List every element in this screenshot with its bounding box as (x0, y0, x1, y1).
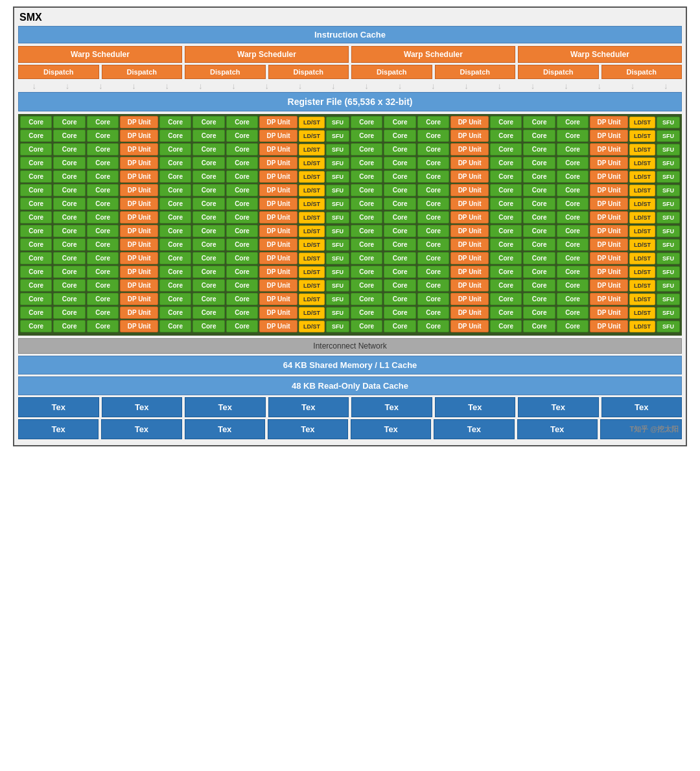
tex-unit-11: Tex (185, 419, 265, 439)
core-row-3: Core Core Core DP Unit Core Core Core DP… (20, 143, 680, 155)
smx-title: SMX (18, 12, 682, 23)
core-cell: Core (87, 116, 119, 128)
core-row-1: Core Core Core DP Unit Core Core Core DP… (20, 116, 680, 128)
tex-unit-1: Tex (18, 397, 99, 417)
interconnect-network: Interconnect Network (18, 338, 682, 354)
core-row-6: Core Core Core DP Unit Core Core Core DP… (20, 184, 680, 196)
core-cell: Core (523, 116, 555, 128)
dp-unit: DP Unit (120, 116, 158, 128)
tex-unit-2: Tex (102, 397, 183, 417)
dispatch-3: Dispatch (185, 65, 266, 79)
core-row-11: Core Core Core DP Unit Core Core Core DP… (20, 252, 680, 264)
core-row-16: Core Core Core DP Unit Core Core Core DP… (20, 320, 680, 332)
core-cell: Core (159, 116, 191, 128)
dispatch-4: Dispatch (268, 65, 349, 79)
dispatch-7: Dispatch (518, 65, 599, 79)
warp-scheduler-4: Warp Scheduler (518, 46, 682, 63)
core-cell: Core (351, 116, 382, 128)
smx-diagram: SMX Instruction Cache Warp Scheduler War… (13, 6, 687, 446)
dispatch-8: Dispatch (601, 65, 682, 79)
tex-unit-12: Tex (268, 419, 348, 439)
dispatch-2: Dispatch (102, 65, 183, 79)
tex-unit-10: Tex (101, 419, 181, 439)
tex-unit-13: Tex (351, 419, 431, 439)
core-cell: Core (417, 116, 449, 128)
tex-unit-9: Tex (18, 419, 99, 439)
core-row-7: Core Core Core DP Unit Core Core Core DP… (20, 198, 680, 210)
tex-row-1: Tex Tex Tex Tex Tex Tex Tex Tex (18, 397, 682, 417)
core-cell: Core (557, 116, 589, 128)
warp-scheduler-2: Warp Scheduler (185, 46, 349, 63)
core-row-15: Core Core Core DP Unit Core Core Core DP… (20, 306, 680, 319)
dp-unit: DP Unit (450, 116, 489, 128)
tex-unit-14: Tex (434, 419, 514, 439)
core-cell: Core (384, 116, 415, 128)
arrows-area: ↓ ↓ ↓ ↓ ↓ ↓ ↓ ↓ ↓ ↓ ↓ ↓ ↓ ↓ ↓ ↓ ↓ ↓ ↓ ↓ (18, 81, 682, 91)
tex-unit-5: Tex (351, 397, 432, 417)
dp-unit: DP Unit (259, 116, 298, 128)
dp-unit: DP Unit (590, 116, 628, 128)
tex-unit-3: Tex (185, 397, 266, 417)
tex-unit-7: Tex (518, 397, 599, 417)
ldst-unit: LD/ST (299, 117, 325, 128)
dispatch-5: Dispatch (351, 65, 432, 79)
warp-scheduler-row: Warp Scheduler Warp Scheduler Warp Sched… (18, 46, 682, 63)
core-cell: Core (20, 116, 52, 128)
core-row-9: Core Core Core DP Unit Core Core Core DP… (20, 225, 680, 237)
core-cell: Core (226, 116, 258, 128)
cores-area: Core Core Core DP Unit Core Core Core DP… (18, 114, 682, 336)
tex-unit-4: Tex (268, 397, 349, 417)
register-file: Register File (65,536 x 32-bit) (18, 92, 682, 111)
readonly-cache: 48 KB Read-Only Data Cache (18, 376, 682, 395)
core-row-2: Core Core Core DP Unit Core Core Core DP… (20, 130, 680, 142)
warp-scheduler-1: Warp Scheduler (18, 46, 182, 63)
ldst-unit: LD/ST (629, 117, 655, 128)
dispatch-row: Dispatch Dispatch Dispatch Dispatch Disp… (18, 65, 682, 79)
core-row-10: Core Core Core DP Unit Core Core Core DP… (20, 238, 680, 251)
core-cell: Core (192, 116, 224, 128)
dispatch-6: Dispatch (435, 65, 516, 79)
tex-unit-16-watermark: T知乎 @挖太阳 (600, 419, 682, 439)
core-row-12: Core Core Core DP Unit Core Core Core DP… (20, 266, 680, 278)
core-row-5: Core Core Core DP Unit Core Core Core DP… (20, 170, 680, 183)
instruction-cache: Instruction Cache (18, 26, 682, 43)
core-cell: Core (490, 116, 522, 128)
warp-scheduler-3: Warp Scheduler (351, 46, 515, 63)
core-row-4: Core Core Core DP Unit Core Core Core DP… (20, 157, 680, 169)
dispatch-1: Dispatch (18, 65, 99, 79)
tex-row-2: Tex Tex Tex Tex Tex Tex Tex T知乎 @挖太阳 (18, 419, 682, 439)
core-cell: Core (53, 116, 85, 128)
sfu-unit: SFU (657, 117, 680, 128)
core-row-13: Core Core Core DP Unit Core Core Core DP… (20, 279, 680, 292)
tex-unit-6: Tex (435, 397, 516, 417)
core-row-14: Core Core Core DP Unit Core Core Core DP… (20, 293, 680, 305)
core-row-8: Core Core Core DP Unit Core Core Core DP… (20, 211, 680, 224)
shared-memory: 64 KB Shared Memory / L1 Cache (18, 356, 682, 374)
tex-unit-8: Tex (601, 397, 682, 417)
sfu-unit: SFU (326, 117, 349, 128)
tex-unit-15: Tex (517, 419, 598, 439)
